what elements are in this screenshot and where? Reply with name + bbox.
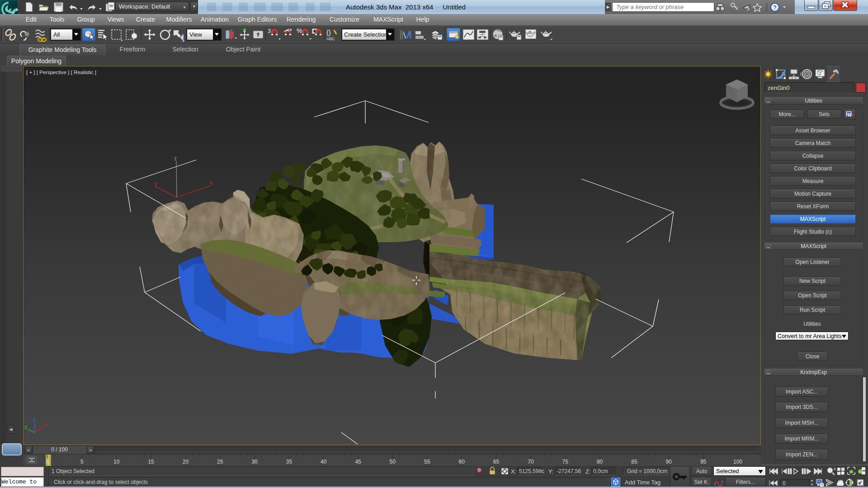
svg-text:10: 10 [113,459,120,465]
svg-text:All: All [53,31,60,38]
svg-text:3: 3 [268,28,271,34]
svg-text:15: 15 [148,459,154,465]
svg-text:x: x [44,422,47,427]
svg-text:0: 0 [783,480,786,487]
svg-text:90: 90 [666,459,672,465]
svg-text:25: 25 [217,459,223,465]
svg-text:95: 95 [700,459,707,465]
svg-text:View: View [189,31,203,38]
svg-text:100: 100 [733,459,742,465]
svg-text:20: 20 [183,459,189,465]
svg-text:y: y [154,180,157,187]
svg-text:ABC: ABC [326,37,335,41]
svg-text:85: 85 [631,459,637,465]
svg-text:Create Selection S: Create Selection S [344,31,393,38]
svg-text:z: z [33,417,36,422]
svg-text:[ + ] [ Perspective ] [ Realis: [ + ] [ Perspective ] [ Realistic ] [26,70,96,75]
svg-text:55: 55 [424,459,430,465]
svg-text:65: 65 [493,459,500,465]
svg-text:80: 80 [597,459,603,465]
svg-text:75: 75 [562,459,569,465]
svg-text:{}: {} [326,28,331,36]
svg-text:%: % [297,27,302,34]
svg-text:45: 45 [355,459,361,465]
svg-text:x: x [210,179,212,186]
svg-text:z: z [174,155,177,162]
svg-text:40: 40 [321,459,327,465]
svg-text:35: 35 [286,459,292,465]
svg-text:60: 60 [459,459,465,465]
svg-text:±: ± [834,466,836,471]
svg-text:5: 5 [80,459,84,465]
svg-text:50: 50 [390,459,396,465]
svg-text:0: 0 [46,459,49,465]
svg-text:70: 70 [528,459,534,465]
svg-text:y: y [24,424,28,429]
svg-text:?: ? [773,4,777,11]
svg-text:30: 30 [251,459,258,465]
